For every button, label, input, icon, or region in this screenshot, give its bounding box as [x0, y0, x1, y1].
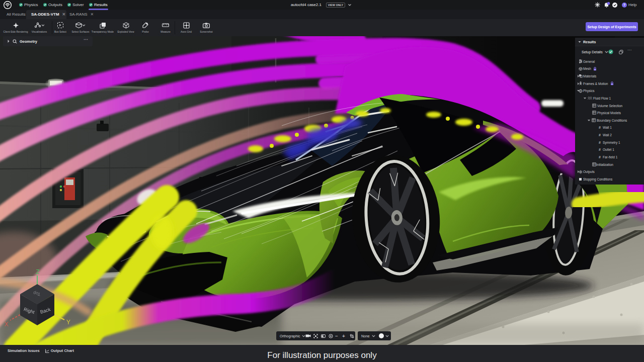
- svg-text:Z: Z: [36, 268, 39, 276]
- svg-text:?: ?: [623, 3, 625, 7]
- svg-text:Y: Y: [66, 319, 70, 326]
- svg-text:X: X: [5, 321, 9, 328]
